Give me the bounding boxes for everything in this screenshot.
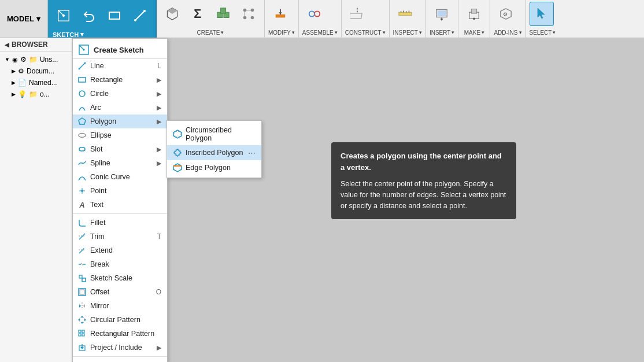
extend-menu-item[interactable]: Extend <box>73 243 167 257</box>
svg-rect-75 <box>79 334 81 336</box>
trim-menu-icon <box>77 232 87 241</box>
conic-curve-label: Conic Curve <box>90 173 130 181</box>
select-label[interactable]: SELECT ▾ <box>526 28 560 38</box>
svg-line-60 <box>81 263 83 265</box>
browser-item[interactable]: ▶ 💡 📁 o... <box>0 88 72 100</box>
svg-marker-7 <box>167 8 177 14</box>
svg-line-53 <box>79 234 85 239</box>
insert-canvas-btn[interactable] <box>430 2 454 26</box>
browser-header: ◀ BROWSER <box>0 38 72 51</box>
slot-menu-item[interactable]: Slot ▶ <box>73 142 167 156</box>
svg-point-48 <box>81 190 83 192</box>
modify-label[interactable]: MODIFY ▾ <box>265 28 298 38</box>
conic-curve-menu-icon <box>77 172 87 182</box>
create-label[interactable]: CREATE ▾ <box>157 28 264 38</box>
model-tab[interactable]: MODEL ▾ <box>0 0 48 38</box>
mirror-menu-item[interactable]: Mirror <box>73 299 167 313</box>
circle-menu-item[interactable]: Circle ▶ <box>73 87 167 101</box>
browser-item[interactable]: ▶ 📄 Named... <box>0 77 72 88</box>
create-sketch-menu-icon <box>79 45 89 55</box>
text-menu-item[interactable]: A Text <box>73 198 167 212</box>
insert-group: INSERT ▾ <box>426 0 459 38</box>
create-sketch-menu-item[interactable]: Create Sketch <box>73 41 167 59</box>
break-menu-icon <box>77 260 87 269</box>
break-menu-item[interactable]: Break <box>73 257 167 271</box>
rectangular-pattern-menu-icon <box>77 329 87 338</box>
line-icon <box>133 9 147 23</box>
ellipse-menu-item[interactable]: Ellipse <box>73 128 167 142</box>
spline-menu-icon <box>77 158 87 168</box>
addins-btn[interactable]: ⚙ <box>494 2 518 26</box>
inspect-label[interactable]: INSPECT ▾ <box>390 28 425 38</box>
offset-plane-btn[interactable] <box>345 2 369 26</box>
measure-btn[interactable] <box>393 2 417 26</box>
rectangular-pattern-menu-item[interactable]: Rectangular Pattern <box>73 327 167 341</box>
offset-shortcut: O <box>156 288 161 296</box>
expand-icon: ▶ <box>12 91 16 97</box>
project-include-label: Project / Include <box>90 343 142 352</box>
extend-menu-icon <box>77 246 87 255</box>
joint-btn[interactable] <box>302 2 327 26</box>
insert-label[interactable]: INSERT ▾ <box>426 28 458 38</box>
pattern-btn[interactable] <box>236 2 261 26</box>
svg-point-86 <box>174 149 181 156</box>
break-label: Break <box>90 260 109 268</box>
conic-curve-menu-item[interactable]: Conic Curve <box>73 170 167 184</box>
spline-menu-item[interactable]: Spline ▶ <box>73 156 167 170</box>
sigma-btn[interactable]: Σ <box>186 2 210 26</box>
svg-marker-32 <box>440 19 443 21</box>
browser-item[interactable]: ▼ ◉ ⚙ 📁 Uns... <box>0 54 72 65</box>
svg-point-71 <box>82 322 83 324</box>
3d-print-icon <box>467 7 481 21</box>
create-sketch-btn[interactable] <box>51 3 76 28</box>
extrude-btn[interactable] <box>160 2 184 26</box>
line-btn[interactable] <box>128 3 152 28</box>
arc-menu-item[interactable]: Arc ▶ <box>73 101 167 114</box>
trim-menu-item[interactable]: Trim T <box>73 230 167 243</box>
rectangle-menu-item[interactable]: Rectangle ▶ <box>73 73 167 87</box>
pattern-icon <box>242 7 256 21</box>
arc-label: Arc <box>90 104 101 112</box>
construct-label[interactable]: CONSTRUCT ▾ <box>342 28 389 38</box>
component-btn[interactable] <box>211 2 235 26</box>
svg-rect-74 <box>82 330 84 333</box>
spline-label: Spline <box>90 159 110 167</box>
sketch-dimension-menu-item[interactable]: D Sketch Dimension D <box>73 359 167 362</box>
edge-polygon-item[interactable]: Edge Polygon <box>167 160 261 175</box>
browser-item[interactable]: ▶ ⚙ Docum... <box>0 65 72 77</box>
insert-canvas-icon <box>435 7 449 21</box>
select-btn[interactable] <box>530 2 554 26</box>
circumscribed-polygon-item[interactable]: Circumscribed Polygon <box>167 123 261 145</box>
assemble-label[interactable]: ASSEMBLE ▾ <box>299 28 341 38</box>
addins-label[interactable]: ADD-INS ▾ <box>490 28 525 38</box>
sketch-scale-menu-item[interactable]: Sketch Scale <box>73 271 167 285</box>
create-group: Σ <box>157 0 265 38</box>
rectangle-btn[interactable] <box>102 3 127 28</box>
inscribed-polygon-item[interactable]: Inscribed Polygon ⋯ <box>167 145 261 160</box>
more-icon: ⋯ <box>248 149 256 157</box>
circular-pattern-label: Circular Pattern <box>90 316 140 324</box>
create-sketch-label: Create Sketch <box>94 46 144 54</box>
construct-group: CONSTRUCT ▾ <box>342 0 390 38</box>
svg-marker-45 <box>79 118 86 124</box>
point-menu-item[interactable]: Point <box>73 184 167 198</box>
circular-pattern-menu-item[interactable]: Circular Pattern <box>73 313 167 327</box>
line-menu-item[interactable]: Line L <box>73 59 167 73</box>
3d-print-btn[interactable] <box>462 2 486 26</box>
workspace: ◀ BROWSER ▼ ◉ ⚙ 📁 Uns... ▶ ⚙ Docum... ▶ … <box>0 38 644 362</box>
line-shortcut: L <box>157 62 161 70</box>
modify-icons <box>265 0 298 28</box>
svg-rect-24 <box>398 12 411 16</box>
tooltip-body: Select the center point of the polygon. … <box>340 179 507 211</box>
undo-btn[interactable] <box>77 3 101 28</box>
project-include-menu-item[interactable]: Project / Include ▶ <box>73 341 167 354</box>
offset-menu-item[interactable]: Offset O <box>73 285 167 299</box>
addins-icon: ⚙ <box>499 7 513 21</box>
polygon-menu-item[interactable]: Polygon ▶ <box>73 114 167 128</box>
make-label[interactable]: MAKE ▾ <box>458 28 490 38</box>
svg-point-44 <box>79 91 85 97</box>
svg-marker-79 <box>80 347 84 349</box>
press-pull-btn[interactable] <box>268 2 293 26</box>
fillet-menu-item[interactable]: Fillet <box>73 216 167 230</box>
separator-1 <box>73 213 167 214</box>
